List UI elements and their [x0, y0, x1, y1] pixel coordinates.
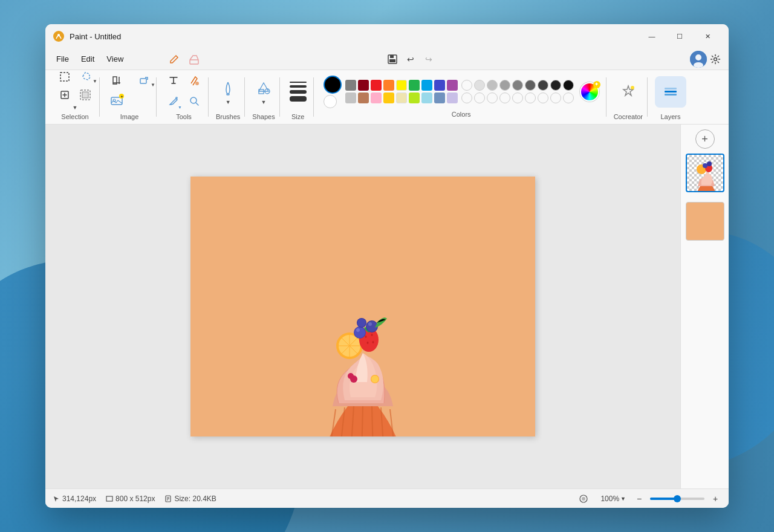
shapes-content: ▼: [254, 73, 273, 111]
redo-button[interactable]: ↪: [420, 51, 437, 68]
layer-1-thumbnail[interactable]: [686, 154, 724, 192]
pencil-button[interactable]: [164, 50, 183, 70]
maximize-button[interactable]: ☐: [666, 27, 694, 46]
circle-o8[interactable]: [550, 92, 561, 103]
color-slate[interactable]: [434, 92, 445, 103]
color-red[interactable]: [371, 80, 382, 91]
size-option-4[interactable]: [290, 96, 307, 102]
window-controls: — ☐ ✕: [638, 27, 721, 46]
layer-2-thumbnail[interactable]: [686, 202, 724, 241]
color-cream[interactable]: [396, 92, 407, 103]
brush-button[interactable]: [218, 79, 238, 98]
color-skyblue[interactable]: [421, 92, 432, 103]
shapes-dropdown[interactable]: ▼: [261, 99, 267, 105]
cocreator-button[interactable]: [615, 79, 642, 105]
svg-point-6: [695, 54, 701, 60]
circle-gray[interactable]: [487, 80, 498, 91]
size-option-3[interactable]: [290, 90, 307, 94]
color-blue[interactable]: [434, 80, 445, 91]
color-darkred[interactable]: [358, 80, 369, 91]
settings-button[interactable]: [707, 51, 724, 68]
color-black[interactable]: [345, 80, 356, 91]
crop-button[interactable]: [107, 71, 126, 90]
circle-verydark[interactable]: [538, 80, 548, 91]
circle-o4[interactable]: [499, 92, 510, 103]
circle-darkgray[interactable]: [512, 80, 523, 91]
canvas-content[interactable]: [190, 177, 535, 436]
circle-lightgray[interactable]: [474, 80, 485, 91]
save-button[interactable]: [383, 50, 402, 69]
free-select-button[interactable]: ▼: [76, 67, 102, 86]
brushes-dropdown[interactable]: ▼: [226, 99, 231, 105]
color-orange[interactable]: [383, 80, 394, 91]
color-palette: [345, 80, 458, 103]
size-option-1[interactable]: [290, 82, 307, 83]
file-menu[interactable]: File: [50, 52, 75, 66]
layers-label: Layers: [660, 113, 680, 120]
circle-o7[interactable]: [538, 92, 548, 103]
color-wheel-star: ✦: [593, 81, 600, 88]
zoom-slider[interactable]: [650, 498, 704, 500]
minimize-button[interactable]: —: [638, 27, 666, 46]
layers-toolbar-button[interactable]: [655, 76, 686, 108]
edit-menu[interactable]: Edit: [75, 52, 100, 66]
color-lime[interactable]: [409, 92, 420, 103]
color-row-2: [345, 92, 458, 103]
fill-button[interactable]: [184, 71, 204, 90]
rect-select-button[interactable]: [55, 67, 74, 86]
circle-nearlblack[interactable]: [550, 80, 561, 91]
circle-o5[interactable]: [512, 92, 523, 103]
circle-o1[interactable]: [461, 92, 472, 103]
add-layer-button[interactable]: +: [695, 129, 715, 149]
ai-image-button[interactable]: ✦: [107, 91, 126, 111]
color-cyan[interactable]: [421, 80, 432, 91]
secondary-color-swatch[interactable]: [324, 95, 337, 108]
drawing-tools: ▼: [164, 50, 204, 111]
circle-black[interactable]: [563, 80, 574, 91]
select-all-button[interactable]: [55, 85, 74, 105]
svg-point-60: [707, 161, 712, 166]
shapes-button[interactable]: [254, 79, 273, 98]
color-wheel-button[interactable]: ✦: [580, 82, 599, 102]
circle-white[interactable]: [461, 80, 472, 91]
primary-color-swatch[interactable]: [324, 76, 342, 94]
svg-point-44: [372, 341, 374, 343]
size-option-2[interactable]: [290, 85, 307, 88]
color-yellow[interactable]: [396, 80, 407, 91]
zoom-out-button[interactable]: −: [633, 493, 645, 505]
color-green[interactable]: [409, 80, 420, 91]
svg-point-56: [371, 375, 379, 383]
svg-point-43: [367, 342, 369, 344]
size-content: [287, 73, 309, 111]
canvas-main[interactable]: [45, 125, 680, 488]
zoom-level-button[interactable]: 100% ▼: [598, 493, 628, 504]
color-brown[interactable]: [358, 92, 369, 103]
text-button[interactable]: [164, 71, 183, 90]
circle-o9[interactable]: [563, 92, 574, 103]
user-avatar[interactable]: [690, 51, 707, 68]
color-purple[interactable]: [447, 80, 458, 91]
svg-point-17: [195, 82, 199, 85]
selection-dropdown-arrow[interactable]: ▼: [73, 105, 78, 111]
circle-row-1: [461, 80, 574, 91]
svg-point-50: [368, 322, 372, 326]
circle-medgray[interactable]: [499, 80, 510, 91]
eraser-button[interactable]: [184, 50, 204, 70]
magnifier-button[interactable]: [184, 91, 204, 111]
color-pink[interactable]: [371, 92, 382, 103]
close-button[interactable]: ✕: [694, 27, 721, 46]
invert-select-button[interactable]: [76, 85, 95, 105]
circle-o6[interactable]: [525, 92, 536, 103]
color-gold[interactable]: [383, 92, 394, 103]
zoom-in-button[interactable]: +: [709, 493, 721, 505]
undo-button[interactable]: ↩: [402, 51, 419, 68]
circle-o2[interactable]: [474, 92, 485, 103]
color-lavender[interactable]: [447, 92, 458, 103]
circle-o3[interactable]: [487, 92, 498, 103]
pixel-grid-button[interactable]: [579, 494, 588, 504]
circle-darker[interactable]: [525, 80, 536, 91]
view-menu[interactable]: View: [100, 52, 129, 66]
zoom-slider-thumb[interactable]: [674, 495, 681, 502]
color-white[interactable]: [345, 92, 356, 103]
color-picker-button[interactable]: ▼: [164, 91, 183, 111]
